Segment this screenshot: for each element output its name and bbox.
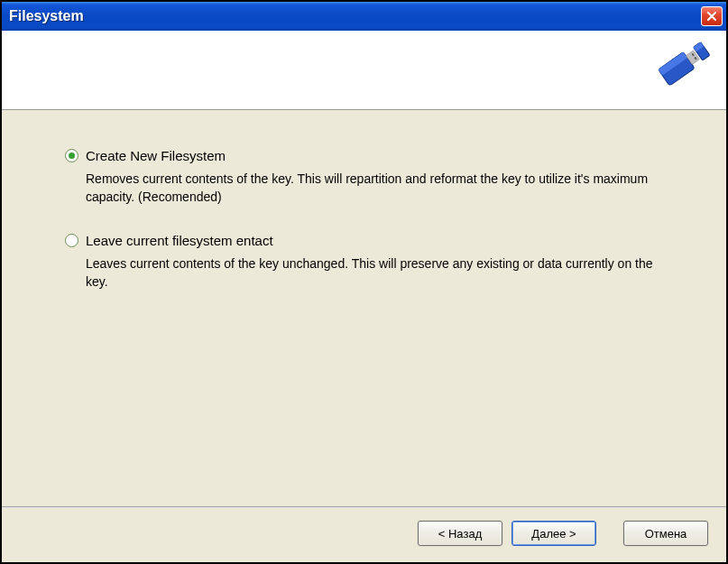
option-leave-description: Leaves current contents of the key uncha… [86, 255, 663, 291]
option-leave-label: Leave current filesystem entact [86, 231, 273, 250]
footer-buttons: < Назад Далее > Отмена [2, 508, 726, 562]
content-area: Create New Filesystem Removes current co… [2, 110, 726, 506]
option-create-description: Removes current contents of the key. Thi… [86, 171, 663, 206]
close-icon [706, 11, 717, 22]
dialog-window: Filesystem Create New Filesystem [0, 0, 728, 564]
titlebar: Filesystem [2, 2, 726, 31]
header-banner [2, 31, 726, 110]
option-leave-filesystem: Leave current filesystem entact Leaves c… [65, 231, 694, 291]
option-create-filesystem: Create New Filesystem Removes current co… [65, 146, 694, 206]
cancel-button[interactable]: Отмена [623, 521, 708, 546]
next-button[interactable]: Далее > [511, 521, 596, 546]
option-create-header[interactable]: Create New Filesystem [65, 146, 694, 165]
radio-create[interactable] [65, 149, 78, 162]
window-title: Filesystem [9, 8, 84, 24]
usb-drive-icon [643, 40, 715, 103]
button-gap [605, 521, 614, 546]
option-leave-header[interactable]: Leave current filesystem entact [65, 231, 694, 250]
radio-leave[interactable] [65, 234, 78, 247]
close-button[interactable] [701, 6, 723, 26]
option-create-label: Create New Filesystem [86, 146, 226, 165]
back-button[interactable]: < Назад [418, 521, 502, 546]
